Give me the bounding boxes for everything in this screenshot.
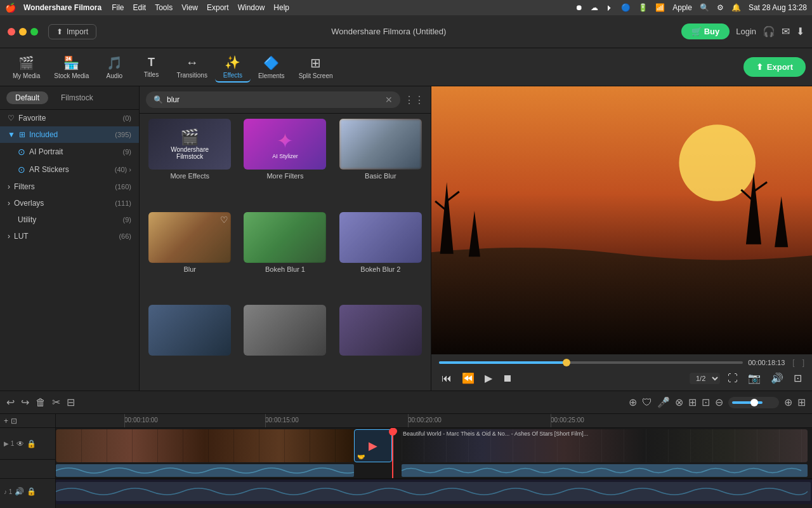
basic-blur-label: Basic Blur	[365, 172, 396, 180]
video-clip-1[interactable]	[56, 429, 354, 462]
category-favorite[interactable]: ♡ Favorite (0)	[0, 110, 139, 126]
video-clip-2[interactable]: ▶ 🤝	[354, 429, 392, 462]
tab-filmstock[interactable]: Filmstock	[52, 91, 102, 104]
toolbar-effects[interactable]: ✨ Effects	[215, 52, 251, 83]
apple-menu[interactable]: 🍎	[5, 3, 16, 13]
menu-view[interactable]: View	[181, 3, 198, 12]
more-options-icon[interactable]: ⊡	[791, 371, 804, 385]
export-button[interactable]: ⬆ Export	[743, 57, 806, 77]
buy-button[interactable]: 🛒 Buy	[681, 23, 730, 39]
menubar-icon-wifi[interactable]: 📶	[655, 3, 665, 12]
zoom-select[interactable]: 1/2 1/1 1/4	[690, 373, 720, 384]
menu-file[interactable]: File	[112, 3, 124, 12]
effect-row4-3[interactable]	[336, 305, 426, 385]
mail-icon[interactable]: ✉	[782, 25, 790, 37]
track-lock-icon[interactable]: 🔒	[27, 439, 36, 448]
maximize-button[interactable]	[30, 28, 38, 36]
search-options-icon[interactable]: ⋮⋮	[404, 94, 424, 106]
minimize-button[interactable]	[19, 28, 27, 36]
redo-button[interactable]: ↪	[21, 396, 29, 408]
menubar-control-center[interactable]: ⚙	[717, 3, 724, 12]
volume-icon[interactable]: 🔊	[768, 371, 786, 385]
skip-back-button[interactable]: ⏮	[439, 371, 454, 385]
menu-tools[interactable]: Tools	[155, 3, 173, 12]
pip-icon[interactable]: ⊞	[688, 396, 697, 408]
fit-view-icon[interactable]: ⊡	[11, 417, 17, 425]
timeline-zoom-slider[interactable]	[728, 397, 779, 408]
toolbar-my-media[interactable]: 🎬 My Media	[6, 53, 46, 82]
ar-stickers-label: AR Stickers	[29, 165, 69, 174]
effect-blur[interactable]: ♡ Blur	[145, 212, 235, 300]
play-button[interactable]: ▶	[482, 371, 495, 385]
import-button[interactable]: ⬆ Import	[48, 24, 96, 39]
zoom-in-icon[interactable]: ⊕	[784, 396, 792, 408]
timeline-toolbar: ↩ ↪ 🗑 ✂ ⊟ ⊕ 🛡 🎤 ⊗ ⊞ ⊡ ⊖ ⊕ ⊞	[0, 391, 812, 414]
menubar-search[interactable]: 🔍	[700, 3, 709, 12]
keyframe-icon[interactable]: ⊗	[675, 396, 683, 408]
category-ai-portrait[interactable]: ⊙ AI Portrait (9)	[0, 143, 139, 161]
effect-more-filters[interactable]: ✦ AI Stylizer More Filters	[240, 119, 330, 207]
effect-bokeh-blur-1[interactable]: Bokeh Blur 1	[240, 212, 330, 300]
effect-basic-blur[interactable]: Basic Blur	[336, 119, 426, 207]
motion-track-icon[interactable]: ⊕	[629, 396, 637, 408]
login-button[interactable]: Login	[736, 27, 756, 36]
cut-button[interactable]: ✂	[52, 396, 60, 408]
add-track-button[interactable]: +	[4, 417, 8, 425]
menubar-icon-bluetooth[interactable]: 🔵	[621, 3, 631, 12]
category-included[interactable]: ▼ ⊞ Included (395)	[0, 126, 139, 143]
effect-bokeh-blur-2[interactable]: Bokeh Blur 2	[336, 212, 426, 300]
track-visibility-icon[interactable]: 👁	[16, 439, 24, 448]
music-lock-icon[interactable]: 🔒	[27, 487, 36, 496]
search-input[interactable]	[167, 95, 381, 104]
toolbar-stock-media[interactable]: 🏪 Stock Media	[48, 53, 95, 82]
toolbar-titles[interactable]: T Titles	[133, 53, 169, 81]
effect-row4-2[interactable]	[240, 305, 330, 385]
voiceover-icon[interactable]: 🎤	[657, 396, 670, 408]
toolbar-audio[interactable]: 🎵 Audio	[96, 53, 132, 82]
download-icon[interactable]: ⬇	[796, 25, 804, 37]
audio-waveform-1	[56, 464, 354, 477]
music-mute-icon[interactable]: 🔊	[15, 487, 24, 496]
menubar-icon-battery[interactable]: 🔋	[638, 3, 648, 12]
video-clip-3[interactable]: Beautiful World - Marc Theis & Oid & No.…	[402, 429, 808, 462]
category-overlays[interactable]: › Overlays (111)	[0, 195, 139, 211]
category-lut[interactable]: › LUT (66)	[0, 228, 139, 244]
progress-bar[interactable]	[439, 361, 743, 364]
menu-help[interactable]: Help	[273, 3, 289, 12]
menu-window[interactable]: Window	[238, 3, 265, 12]
music-clip[interactable]	[56, 482, 811, 501]
zoom-out-icon[interactable]: ⊖	[715, 396, 723, 408]
toolbar-elements[interactable]: 🔷 Elements	[252, 53, 291, 82]
category-utility[interactable]: Utility (9)	[0, 211, 139, 228]
fullscreen-icon[interactable]: ⛶	[725, 371, 740, 385]
menubar-notification[interactable]: 🔔	[731, 3, 741, 12]
effect-more-effects[interactable]: 🎬 WondershareFilmstock More Effects	[145, 119, 235, 207]
search-clear-icon[interactable]: ✕	[385, 95, 393, 105]
crop-icon[interactable]: ⊡	[702, 396, 710, 408]
grid-view-icon[interactable]: ⊞	[797, 396, 806, 408]
menu-edit[interactable]: Edit	[133, 3, 146, 12]
toolbar-transitions[interactable]: ↔ Transitions	[170, 53, 214, 81]
stop-button[interactable]: ⏹	[500, 371, 515, 385]
delete-button[interactable]: 🗑	[36, 397, 46, 408]
playhead[interactable]	[392, 428, 393, 478]
category-filters[interactable]: › Filters (160)	[0, 178, 139, 195]
step-back-button[interactable]: ⏪	[459, 371, 477, 385]
screenshot-icon[interactable]: 📷	[745, 371, 763, 385]
effect-row4-1[interactable]	[145, 305, 235, 385]
headphone-icon[interactable]: 🎧	[763, 25, 775, 37]
adjust-button[interactable]: ⊟	[67, 396, 75, 408]
menubar-user[interactable]: Apple	[672, 3, 692, 12]
toolbar-split-screen[interactable]: ⊞ Split Screen	[292, 53, 339, 82]
tab-default[interactable]: Default	[6, 91, 48, 104]
export-icon: ⬆	[756, 62, 763, 72]
mask-icon[interactable]: 🛡	[642, 397, 652, 408]
undo-button[interactable]: ↩	[6, 396, 15, 408]
close-button[interactable]	[8, 28, 15, 36]
category-ar-stickers[interactable]: ⊙ AR Stickers (40) ›	[0, 161, 139, 178]
menubar-icon-upload[interactable]: ☁	[591, 3, 598, 12]
menubar-icon-play[interactable]: ⏵	[606, 3, 613, 12]
menu-export[interactable]: Export	[207, 3, 229, 12]
main-area: Default Filmstock ♡ Favorite (0) ▼ ⊞ Inc…	[0, 86, 812, 391]
menubar-icon-record[interactable]: ⏺	[575, 3, 583, 12]
